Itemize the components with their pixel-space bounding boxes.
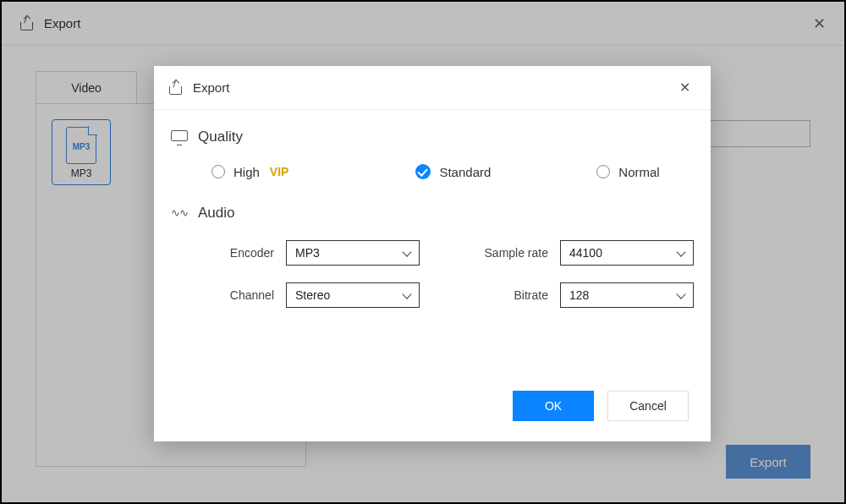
ok-button[interactable]: OK xyxy=(513,391,594,421)
modal-close-button[interactable]: ✕ xyxy=(674,76,695,99)
modal-footer: OK Cancel xyxy=(513,391,689,421)
quality-section: Quality High VIP Standard Normal xyxy=(171,129,694,179)
waveform-icon: ∿∿ xyxy=(171,207,188,219)
encoder-field: Encoder MP3 xyxy=(196,240,420,266)
radio-off-icon xyxy=(596,165,610,178)
bitrate-select[interactable]: 128 xyxy=(560,282,694,308)
modal-header: Export ✕ xyxy=(154,66,711,110)
vip-badge: VIP xyxy=(270,165,289,178)
monitor-icon xyxy=(171,130,188,144)
radio-on-icon xyxy=(415,164,431,179)
radio-off-icon xyxy=(212,165,225,178)
sample-rate-field: Sample rate 44100 xyxy=(470,240,694,266)
export-settings-modal: Export ✕ Quality High VIP Standard xyxy=(154,66,711,441)
channel-field: Channel Stereo xyxy=(196,282,420,308)
audio-section: ∿∿ Audio Encoder MP3 Sample rate 44100 xyxy=(171,205,694,308)
export-icon xyxy=(169,81,184,95)
quality-option-normal[interactable]: Normal xyxy=(596,165,659,179)
channel-select[interactable]: Stereo xyxy=(286,282,420,308)
quality-section-title: Quality xyxy=(198,129,243,145)
quality-option-standard[interactable]: Standard xyxy=(415,164,491,179)
modal-title: Export xyxy=(193,80,229,95)
audio-section-title: Audio xyxy=(198,205,234,222)
quality-option-high[interactable]: High VIP xyxy=(212,165,288,179)
cancel-button[interactable]: Cancel xyxy=(607,391,689,421)
bitrate-field: Bitrate 128 xyxy=(470,282,694,308)
encoder-select[interactable]: MP3 xyxy=(286,240,420,266)
sample-rate-select[interactable]: 44100 xyxy=(560,240,694,266)
